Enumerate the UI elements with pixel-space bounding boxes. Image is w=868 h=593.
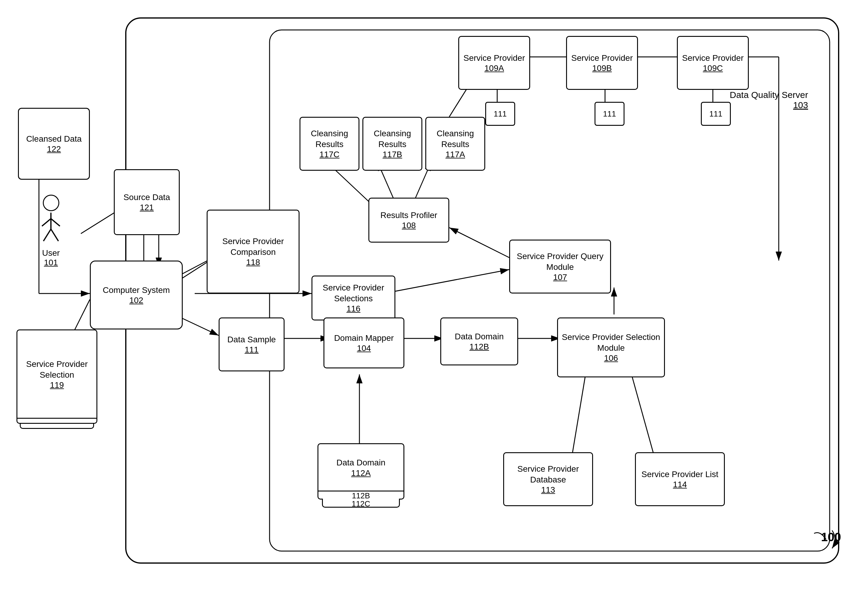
source-data-label: Source Data <box>123 192 170 203</box>
svg-line-34 <box>51 218 60 226</box>
data-domain-112b-label: Data Domain <box>455 331 503 342</box>
cleansing-117c-num: 117C <box>320 150 340 159</box>
sp-109a-label: Service Provider <box>464 53 525 63</box>
sp-database-label: Service Provider Database <box>507 464 589 485</box>
sp-109b-label: Service Provider <box>571 53 633 63</box>
sp-selections-116-label: Service Provider Selections <box>315 282 391 304</box>
svg-line-36 <box>51 229 58 241</box>
label-100: 100 <box>808 524 844 557</box>
sp-query-module-box: Service Provider Query Module 107 <box>509 240 611 294</box>
sp-comparison-num: 118 <box>246 258 260 267</box>
sp-selection-119-label: Service Provider Selection <box>21 359 93 381</box>
sp-selection-module-box: Service Provider Selection Module 106 <box>557 317 665 378</box>
sp-comparison-box: Service Provider Comparison 118 <box>207 209 300 294</box>
diagram: Cleansed Data 122 User 101 Service Provi… <box>0 0 868 593</box>
cleansed-data-label: Cleansed Data <box>26 134 81 145</box>
computer-system-num: 102 <box>129 296 143 305</box>
data-domain-112b-num: 112B <box>469 342 489 352</box>
user-body <box>39 211 63 247</box>
scroll-line-1 <box>317 491 404 491</box>
source-data-box: Source Data 121 <box>114 169 180 235</box>
results-profiler-box: Results Profiler 108 <box>368 198 449 243</box>
sp-109c-label: Service Provider <box>682 53 743 63</box>
domain-mapper-box: Domain Mapper 104 <box>323 317 404 368</box>
user-head <box>43 195 59 211</box>
data-sample-num: 111 <box>245 345 259 355</box>
sp-selection-module-num: 106 <box>604 353 618 363</box>
domain-mapper-num: 104 <box>357 344 371 353</box>
user-label: User 101 <box>42 248 60 267</box>
sp-list-num: 114 <box>673 480 687 490</box>
svg-line-16 <box>383 270 509 294</box>
sp-111a-box: 111 <box>485 102 515 126</box>
sp-109b-num: 109B <box>592 63 612 73</box>
sp-selection-119-box: Service Provider Selection 119 <box>16 329 97 419</box>
sp-109c-box: Service Provider 109C <box>677 36 749 90</box>
data-domain-112a-label: Data Domain <box>337 457 385 468</box>
sp-comparison-label: Service Provider Comparison <box>211 236 296 258</box>
sp-database-num: 113 <box>541 485 555 495</box>
data-domain-112a-box: Data Domain 112A <box>317 443 404 491</box>
cleansed-data-num: 122 <box>47 145 61 154</box>
data-domain-112a-num: 112A <box>351 468 371 478</box>
sp-query-module-num: 107 <box>553 273 567 282</box>
sp-109a-num: 109A <box>484 63 504 73</box>
data-sample-label: Data Sample <box>227 334 276 345</box>
sp-selection-119-num: 119 <box>50 381 64 390</box>
svg-line-33 <box>42 218 51 226</box>
user-icon: User 101 <box>39 195 63 267</box>
sp-list-label: Service Provider List <box>642 469 719 480</box>
svg-line-15 <box>449 228 509 258</box>
cleansing-117c-label: Cleansing Results <box>303 128 356 150</box>
cleansing-117a-label: Cleansing Results <box>429 128 481 150</box>
computer-system-label: Computer System <box>103 285 170 296</box>
source-data-num: 121 <box>140 203 154 212</box>
sp-109b-box: Service Provider 109B <box>566 36 638 90</box>
cleansing-117b-num: 117B <box>382 150 402 159</box>
sp-selections-116-box: Service Provider Selections 116 <box>311 276 396 320</box>
dq-server-label: Data Quality Server 103 <box>730 90 808 110</box>
cleansing-117b-box: Cleansing Results 117B <box>362 117 422 171</box>
sp-selection-module-label: Service Provider Selection Module <box>561 332 661 354</box>
sp-query-module-label: Service Provider Query Module <box>513 251 607 273</box>
sp-109a-box: Service Provider 109A <box>458 36 530 90</box>
cleansing-117a-num: 117A <box>445 150 465 159</box>
scroll-bottom-2 <box>20 423 94 429</box>
cleansing-117b-label: Cleansing Results <box>366 128 418 150</box>
cleansing-117c-box: Cleansing Results 117C <box>300 117 359 171</box>
results-profiler-label: Results Profiler <box>380 210 437 221</box>
sp-list-box: Service Provider List 114 <box>635 452 725 506</box>
data-sample-box: Data Sample 111 <box>218 317 285 372</box>
scroll-112b: 112B <box>317 491 404 500</box>
results-profiler-num: 108 <box>402 221 416 230</box>
computer-system-box: Computer System 102 <box>90 261 183 329</box>
sp-111b-label: 111 <box>603 109 616 119</box>
sp-109c-num: 109C <box>703 63 723 73</box>
sp-111c-box: 111 <box>701 102 731 126</box>
data-domain-112b-box: Data Domain 112B <box>440 317 518 365</box>
sp-111c-label: 111 <box>709 109 722 119</box>
scroll-112c: 112C <box>322 499 400 507</box>
sp-database-box: Service Provider Database 113 <box>503 452 593 506</box>
sp-111b-box: 111 <box>595 102 624 126</box>
sp-selections-116-num: 116 <box>347 304 361 314</box>
domain-mapper-label: Domain Mapper <box>334 333 394 344</box>
cleansing-117a-box: Cleansing Results 117A <box>425 117 485 171</box>
svg-line-35 <box>43 229 51 241</box>
cleansed-data-box: Cleansed Data 122 <box>18 108 90 180</box>
sp-111a-label: 111 <box>494 109 506 119</box>
